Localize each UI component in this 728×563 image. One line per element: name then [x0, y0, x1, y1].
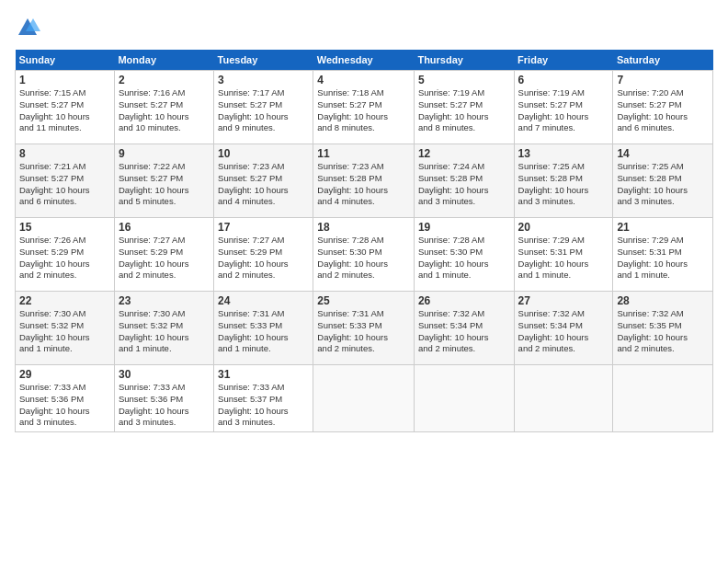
calendar-cell: 28 Sunrise: 7:32 AM Sunset: 5:35 PM Dayl… — [613, 292, 713, 365]
day-info: Sunrise: 7:32 AM Sunset: 5:34 PM Dayligh… — [518, 308, 609, 355]
day-number: 26 — [418, 294, 510, 307]
calendar-cell: 14 Sunrise: 7:25 AM Sunset: 5:28 PM Dayl… — [613, 144, 713, 218]
day-info: Sunrise: 7:23 AM Sunset: 5:27 PM Dayligh… — [218, 161, 309, 208]
day-info: Sunrise: 7:18 AM Sunset: 5:27 PM Dayligh… — [317, 87, 410, 134]
day-info: Sunrise: 7:15 AM Sunset: 5:27 PM Dayligh… — [19, 87, 110, 134]
calendar-table: SundayMondayTuesdayWednesdayThursdayFrid… — [15, 50, 713, 432]
day-info: Sunrise: 7:33 AM Sunset: 5:36 PM Dayligh… — [119, 382, 210, 429]
day-info: Sunrise: 7:33 AM Sunset: 5:37 PM Dayligh… — [218, 382, 309, 429]
day-number: 10 — [218, 147, 309, 160]
calendar-cell — [514, 365, 613, 432]
page-header — [15, 15, 713, 40]
day-info: Sunrise: 7:25 AM Sunset: 5:28 PM Dayligh… — [617, 161, 709, 208]
day-info: Sunrise: 7:23 AM Sunset: 5:28 PM Dayligh… — [317, 161, 410, 208]
day-info: Sunrise: 7:28 AM Sunset: 5:30 PM Dayligh… — [418, 235, 510, 282]
day-number: 24 — [218, 294, 309, 307]
day-info: Sunrise: 7:31 AM Sunset: 5:33 PM Dayligh… — [218, 308, 309, 355]
calendar-cell: 16 Sunrise: 7:27 AM Sunset: 5:29 PM Dayl… — [114, 218, 213, 292]
calendar-cell: 29 Sunrise: 7:33 AM Sunset: 5:36 PM Dayl… — [16, 365, 115, 432]
day-number: 5 — [418, 74, 510, 86]
calendar-cell: 19 Sunrise: 7:28 AM Sunset: 5:30 PM Dayl… — [414, 218, 514, 292]
calendar-cell: 5 Sunrise: 7:19 AM Sunset: 5:27 PM Dayli… — [414, 71, 514, 144]
day-info: Sunrise: 7:28 AM Sunset: 5:30 PM Dayligh… — [317, 235, 410, 282]
day-header-tuesday: Tuesday — [214, 50, 313, 71]
day-number: 19 — [418, 221, 510, 234]
calendar-cell: 22 Sunrise: 7:30 AM Sunset: 5:32 PM Dayl… — [16, 292, 115, 365]
day-info: Sunrise: 7:21 AM Sunset: 5:27 PM Dayligh… — [19, 161, 110, 208]
day-number: 11 — [317, 147, 410, 160]
day-number: 14 — [617, 147, 709, 160]
calendar-cell: 10 Sunrise: 7:23 AM Sunset: 5:27 PM Dayl… — [214, 144, 313, 218]
calendar-cell: 24 Sunrise: 7:31 AM Sunset: 5:33 PM Dayl… — [214, 292, 313, 365]
day-header-sunday: Sunday — [16, 50, 115, 71]
calendar-cell: 17 Sunrise: 7:27 AM Sunset: 5:29 PM Dayl… — [214, 218, 313, 292]
day-header-monday: Monday — [114, 50, 213, 71]
day-header-thursday: Thursday — [414, 50, 514, 71]
day-info: Sunrise: 7:30 AM Sunset: 5:32 PM Dayligh… — [19, 308, 110, 355]
day-number: 1 — [19, 74, 110, 86]
day-number: 4 — [317, 74, 410, 86]
day-info: Sunrise: 7:19 AM Sunset: 5:27 PM Dayligh… — [418, 87, 510, 134]
day-number: 13 — [518, 147, 609, 160]
calendar-cell: 31 Sunrise: 7:33 AM Sunset: 5:37 PM Dayl… — [214, 365, 313, 432]
day-number: 6 — [518, 74, 609, 86]
day-number: 30 — [119, 368, 210, 381]
day-info: Sunrise: 7:22 AM Sunset: 5:27 PM Dayligh… — [119, 161, 210, 208]
day-number: 18 — [317, 221, 410, 234]
day-number: 16 — [119, 221, 210, 234]
day-number: 7 — [617, 74, 709, 86]
day-number: 20 — [518, 221, 609, 234]
calendar-cell: 1 Sunrise: 7:15 AM Sunset: 5:27 PM Dayli… — [16, 71, 115, 144]
calendar-cell: 8 Sunrise: 7:21 AM Sunset: 5:27 PM Dayli… — [16, 144, 115, 218]
day-info: Sunrise: 7:32 AM Sunset: 5:35 PM Dayligh… — [617, 308, 709, 355]
day-info: Sunrise: 7:27 AM Sunset: 5:29 PM Dayligh… — [218, 235, 309, 282]
calendar-cell — [414, 365, 514, 432]
calendar-cell: 13 Sunrise: 7:25 AM Sunset: 5:28 PM Dayl… — [514, 144, 613, 218]
day-number: 3 — [218, 74, 309, 86]
calendar-cell — [313, 365, 415, 432]
day-info: Sunrise: 7:20 AM Sunset: 5:27 PM Dayligh… — [617, 87, 709, 134]
day-info: Sunrise: 7:24 AM Sunset: 5:28 PM Dayligh… — [418, 161, 510, 208]
day-info: Sunrise: 7:30 AM Sunset: 5:32 PM Dayligh… — [119, 308, 210, 355]
day-number: 9 — [119, 147, 210, 160]
day-number: 29 — [19, 368, 110, 381]
logo — [15, 15, 44, 40]
calendar-cell: 27 Sunrise: 7:32 AM Sunset: 5:34 PM Dayl… — [514, 292, 613, 365]
calendar-cell: 2 Sunrise: 7:16 AM Sunset: 5:27 PM Dayli… — [114, 71, 213, 144]
day-info: Sunrise: 7:31 AM Sunset: 5:33 PM Dayligh… — [317, 308, 410, 355]
day-number: 2 — [119, 74, 210, 86]
day-number: 21 — [617, 221, 709, 234]
day-number: 27 — [518, 294, 609, 307]
day-info: Sunrise: 7:33 AM Sunset: 5:36 PM Dayligh… — [19, 382, 110, 429]
day-number: 22 — [19, 294, 110, 307]
calendar-cell: 6 Sunrise: 7:19 AM Sunset: 5:27 PM Dayli… — [514, 71, 613, 144]
calendar-cell: 11 Sunrise: 7:23 AM Sunset: 5:28 PM Dayl… — [313, 144, 415, 218]
day-info: Sunrise: 7:29 AM Sunset: 5:31 PM Dayligh… — [518, 235, 609, 282]
day-info: Sunrise: 7:29 AM Sunset: 5:31 PM Dayligh… — [617, 235, 709, 282]
day-header-saturday: Saturday — [613, 50, 713, 71]
day-info: Sunrise: 7:16 AM Sunset: 5:27 PM Dayligh… — [119, 87, 210, 134]
day-number: 8 — [19, 147, 110, 160]
calendar-cell — [613, 365, 713, 432]
day-info: Sunrise: 7:26 AM Sunset: 5:29 PM Dayligh… — [19, 235, 110, 282]
logo-icon — [15, 15, 40, 40]
calendar-cell: 25 Sunrise: 7:31 AM Sunset: 5:33 PM Dayl… — [313, 292, 415, 365]
calendar-cell: 30 Sunrise: 7:33 AM Sunset: 5:36 PM Dayl… — [114, 365, 213, 432]
day-info: Sunrise: 7:32 AM Sunset: 5:34 PM Dayligh… — [418, 308, 510, 355]
day-number: 23 — [119, 294, 210, 307]
day-header-friday: Friday — [514, 50, 613, 71]
calendar-cell: 20 Sunrise: 7:29 AM Sunset: 5:31 PM Dayl… — [514, 218, 613, 292]
day-info: Sunrise: 7:17 AM Sunset: 5:27 PM Dayligh… — [218, 87, 309, 134]
day-number: 31 — [218, 368, 309, 381]
day-info: Sunrise: 7:19 AM Sunset: 5:27 PM Dayligh… — [518, 87, 609, 134]
day-number: 25 — [317, 294, 410, 307]
calendar-cell: 4 Sunrise: 7:18 AM Sunset: 5:27 PM Dayli… — [313, 71, 415, 144]
calendar-cell: 12 Sunrise: 7:24 AM Sunset: 5:28 PM Dayl… — [414, 144, 514, 218]
calendar-cell: 26 Sunrise: 7:32 AM Sunset: 5:34 PM Dayl… — [414, 292, 514, 365]
calendar-cell: 23 Sunrise: 7:30 AM Sunset: 5:32 PM Dayl… — [114, 292, 213, 365]
calendar-cell: 9 Sunrise: 7:22 AM Sunset: 5:27 PM Dayli… — [114, 144, 213, 218]
day-number: 12 — [418, 147, 510, 160]
calendar-cell: 3 Sunrise: 7:17 AM Sunset: 5:27 PM Dayli… — [214, 71, 313, 144]
calendar-cell: 18 Sunrise: 7:28 AM Sunset: 5:30 PM Dayl… — [313, 218, 415, 292]
day-info: Sunrise: 7:25 AM Sunset: 5:28 PM Dayligh… — [518, 161, 609, 208]
